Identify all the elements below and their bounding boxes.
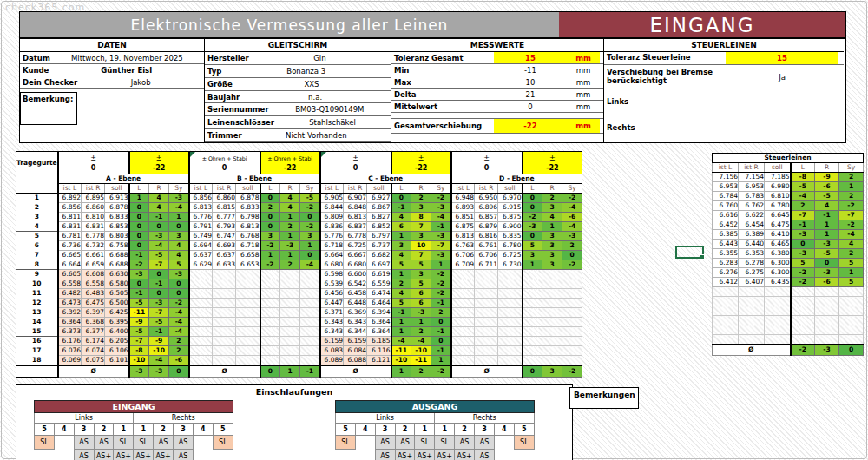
empty-cell[interactable] [475,346,498,356]
diff-l-cell[interactable]: -7 [129,337,149,346]
soll-cell[interactable]: 6.853 [105,222,129,232]
diff-r-cell[interactable]: 1 [815,220,839,230]
diff-l-cell[interactable]: 0 [129,203,149,213]
loop-tag[interactable]: AS+ [415,450,435,460]
empty-cell[interactable] [498,327,523,337]
loop-tag[interactable]: SL [514,436,534,450]
ist-l-cell[interactable]: 6.851 [451,213,475,222]
diff-r-cell[interactable]: -5 [149,251,169,260]
loop-tag[interactable] [54,436,74,450]
diff-l-cell[interactable]: 0 [129,279,149,289]
soll-cell[interactable]: 6.205 [105,337,129,346]
soll-cell[interactable]: 6.797 [367,232,391,241]
diff-sy-cell[interactable]: 0 [169,289,189,299]
empty-cell[interactable] [815,297,839,306]
loop-tag[interactable]: AS+ [114,450,134,460]
diff-r-cell[interactable]: -1 [149,279,169,289]
diff-sy-cell[interactable]: 2 [839,249,864,259]
diff-sy-cell[interactable]: 1 [431,260,451,270]
diff-l-cell[interactable]: 0 [523,232,542,241]
ist-r-cell[interactable]: 6.353 [739,249,765,259]
ist-r-cell[interactable]: 6.454 [739,220,765,230]
diff-r-cell[interactable]: 1 [411,318,431,327]
ist-r-cell[interactable]: 6.278 [739,259,765,268]
soll-cell[interactable]: 6.580 [105,279,129,289]
soll-cell[interactable]: 6.364 [367,327,391,337]
soll-cell[interactable]: 6.730 [498,260,523,270]
ist-l-cell[interactable]: 6.539 [320,279,344,289]
ist-r-cell[interactable]: 6.777 [213,213,236,222]
ist-r-cell[interactable]: 6.762 [739,201,765,211]
diff-r-cell[interactable]: 1 [542,222,562,232]
loop-tag[interactable] [193,450,213,460]
ist-l-cell[interactable]: 6.749 [189,232,213,241]
soll-cell[interactable]: 6.852 [367,222,391,232]
diff-sy-cell[interactable]: 1 [431,356,451,366]
ist-l-cell[interactable]: 6.893 [451,203,475,213]
diff-r-cell[interactable]: -11 [411,356,431,366]
diff-l-cell[interactable]: -1 [129,251,149,260]
empty-cell[interactable] [280,279,300,289]
empty-cell[interactable] [765,335,791,345]
field-value[interactable]: Mittwoch, 19. November 2025 [50,54,204,62]
empty-cell[interactable] [189,327,213,337]
diff-r-cell[interactable]: 0 [149,289,169,299]
diff-sy-cell[interactable]: 5 [169,260,189,270]
diff-r-cell[interactable]: 1 [280,213,300,222]
empty-cell[interactable] [839,306,864,316]
ist-r-cell[interactable]: 6.725 [344,241,367,251]
empty-cell[interactable] [739,287,765,297]
ist-r-cell[interactable]: 6.896 [475,203,498,213]
bemerkungen-box[interactable]: Bemerkungen [569,387,639,409]
diff-r-cell[interactable]: 3 [542,232,562,241]
diff-sy-cell[interactable]: -4 [562,203,582,213]
diff-r-cell[interactable]: 0 [815,259,839,268]
ist-l-cell[interactable]: 6.558 [58,279,82,289]
diff-sy-cell[interactable]: 1 [169,213,189,222]
soll-cell[interactable]: 6.833 [236,203,260,213]
empty-cell[interactable] [542,346,562,356]
diff-r-cell[interactable]: 3 [542,260,562,270]
ist-l-cell[interactable]: 6.856 [189,194,213,203]
empty-cell[interactable] [791,325,815,335]
ist-r-cell[interactable]: 6.879 [475,222,498,232]
loop-tag[interactable] [213,450,233,460]
diff-r-cell[interactable]: 4 [542,213,562,222]
soll-cell[interactable]: 6.474 [367,289,391,299]
diff-l-cell[interactable]: 5 [791,259,815,268]
soll-cell[interactable]: 6.364 [367,318,391,327]
diff-l-cell[interactable]: 0 [523,203,542,213]
loop-tag[interactable] [193,436,213,450]
ist-l-cell[interactable]: 6.473 [58,299,82,308]
diff-sy-cell[interactable]: 3 [169,232,189,241]
diff-r-cell[interactable]: 3 [542,241,562,251]
ist-r-cell[interactable]: 6.778 [344,232,367,241]
diff-r-cell[interactable]: -5 [149,318,169,327]
ist-l-cell[interactable]: 6.412 [713,278,739,287]
ist-l-cell[interactable]: 6.875 [451,222,475,232]
ist-r-cell[interactable]: 6.895 [82,194,105,203]
diff-r-cell[interactable]: 6 [411,299,431,308]
diff-l-cell[interactable]: -10 [391,356,411,366]
empty-cell[interactable] [839,325,864,335]
diff-sy-cell[interactable]: -1 [431,222,451,232]
soll-cell[interactable]: 6.465 [765,240,791,249]
loop-tag[interactable]: SL [213,436,233,450]
diff-l-cell[interactable]: 0 [260,194,280,203]
empty-cell[interactable] [236,327,260,337]
empty-cell[interactable] [475,337,498,346]
ist-l-cell[interactable]: 6.443 [713,240,739,249]
ist-l-cell[interactable]: 6.076 [58,346,82,356]
ist-l-cell[interactable]: 6.089 [320,356,344,366]
empty-cell[interactable] [713,306,739,316]
soll-cell[interactable]: 6.682 [367,251,391,260]
diff-l-cell[interactable]: -2 [260,241,280,251]
shift-zero-cell[interactable]: ±0 [451,152,523,174]
empty-cell[interactable] [498,356,523,366]
soll-cell[interactable]: 6.833 [105,213,129,222]
soll-cell[interactable]: 6.630 [105,270,129,279]
empty-cell[interactable] [213,318,236,327]
ist-l-cell[interactable]: 6.856 [58,203,82,213]
loop-tag[interactable] [355,450,375,460]
empty-cell[interactable] [791,297,815,306]
